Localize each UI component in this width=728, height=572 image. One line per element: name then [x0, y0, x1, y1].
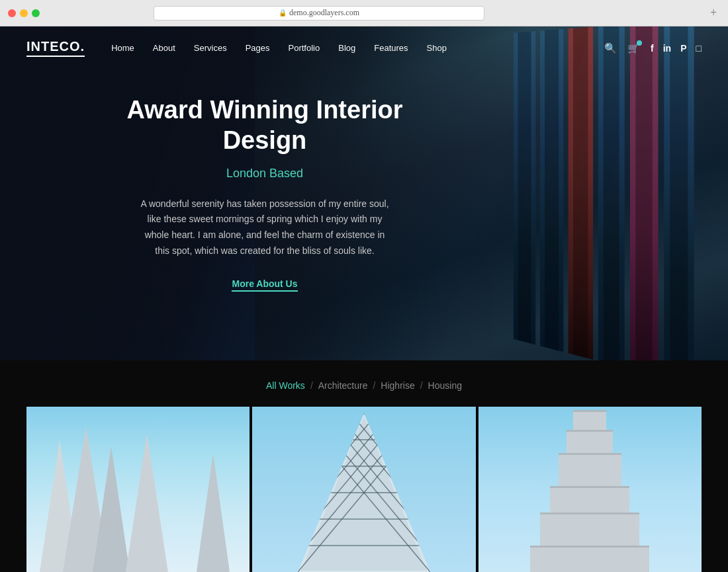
portfolio-item-1[interactable]	[26, 407, 250, 572]
social-icons: f in P □	[651, 43, 702, 54]
lattice-container	[298, 413, 430, 572]
tier-1	[530, 546, 649, 572]
cart-badge	[637, 40, 642, 46]
new-tab-button[interactable]: +	[707, 7, 720, 20]
svg-line-25	[298, 413, 324, 445]
lock-icon: 🔒	[279, 9, 287, 17]
website-content: INTECO. Home About Services Pages Portfo…	[0, 26, 728, 572]
hero-title: Award Winning Interior Design	[99, 95, 430, 155]
portfolio-item-3[interactable]	[478, 407, 702, 572]
svg-line-14	[390, 413, 430, 461]
filter-highrise[interactable]: Highrise	[381, 380, 414, 391]
filter-sep-1: /	[310, 380, 313, 391]
linkedin-icon[interactable]: in	[663, 43, 671, 54]
filter-housing[interactable]: Housing	[428, 380, 462, 391]
nav-features[interactable]: Features	[374, 43, 408, 53]
site-logo[interactable]: INTECO.	[26, 39, 85, 57]
tier-5	[567, 430, 613, 453]
filter-all-works[interactable]: All Works	[266, 380, 305, 391]
nav-icons: 🔍 🛒 f in P □	[604, 42, 702, 54]
browser-chrome: 🔒 demo.goodlayers.com +	[0, 0, 728, 26]
tier-3	[550, 486, 629, 512]
tier-4	[559, 453, 621, 486]
search-icon[interactable]: 🔍	[604, 42, 617, 54]
svg-line-26	[298, 413, 311, 429]
portfolio-section: All Works / Architecture / Highrise / Ho…	[0, 360, 728, 572]
hero-content: Award Winning Interior Design London Bas…	[99, 95, 430, 291]
cart-icon[interactable]: 🛒	[627, 42, 640, 54]
instagram-icon[interactable]: □	[696, 43, 702, 54]
filter-sep-2: /	[373, 380, 375, 391]
traffic-lights	[8, 9, 40, 17]
nav-home[interactable]: Home	[111, 43, 134, 53]
hero-cta-button[interactable]: More About Us	[232, 278, 297, 292]
tier-6	[573, 410, 606, 430]
nav-pages[interactable]: Pages	[246, 43, 270, 53]
filter-sep-3: /	[420, 380, 423, 391]
nav-blog[interactable]: Blog	[338, 43, 355, 53]
building-structure-1	[26, 423, 250, 572]
nav-shop[interactable]: Shop	[427, 43, 447, 53]
minimize-button[interactable]	[20, 9, 28, 17]
peak-3	[93, 446, 130, 572]
hero-subtitle: London Based	[99, 167, 430, 181]
nav-portfolio[interactable]: Portfolio	[289, 43, 320, 53]
address-bar[interactable]: 🔒 demo.goodlayers.com	[154, 6, 484, 20]
tier-2	[540, 512, 639, 546]
nav-services[interactable]: Services	[194, 43, 227, 53]
filter-architecture[interactable]: Architecture	[318, 380, 368, 391]
facebook-icon[interactable]: f	[651, 43, 654, 54]
svg-line-15	[404, 413, 430, 445]
svg-line-24	[298, 413, 338, 461]
maximize-button[interactable]	[32, 9, 40, 17]
portfolio-filter: All Works / Architecture / Highrise / Ho…	[0, 380, 728, 391]
peak-4	[126, 433, 168, 572]
portfolio-grid	[0, 407, 728, 572]
nav-about[interactable]: About	[153, 43, 175, 53]
close-button[interactable]	[8, 9, 16, 17]
peak-5	[197, 453, 230, 572]
hero-description: A wonderful serenity has taken possessio…	[139, 196, 390, 259]
terraced-structure	[530, 410, 649, 572]
hero-section: Award Winning Interior Design London Bas…	[0, 26, 728, 360]
pinterest-icon[interactable]: P	[680, 43, 686, 54]
svg-line-16	[417, 413, 430, 429]
portfolio-item-2[interactable]	[252, 407, 475, 572]
nav-links: Home About Services Pages Portfolio Blog…	[111, 43, 604, 53]
navigation: INTECO. Home About Services Pages Portfo…	[0, 26, 728, 69]
lattice-svg	[298, 413, 430, 572]
url-text: demo.goodlayers.com	[289, 8, 359, 18]
